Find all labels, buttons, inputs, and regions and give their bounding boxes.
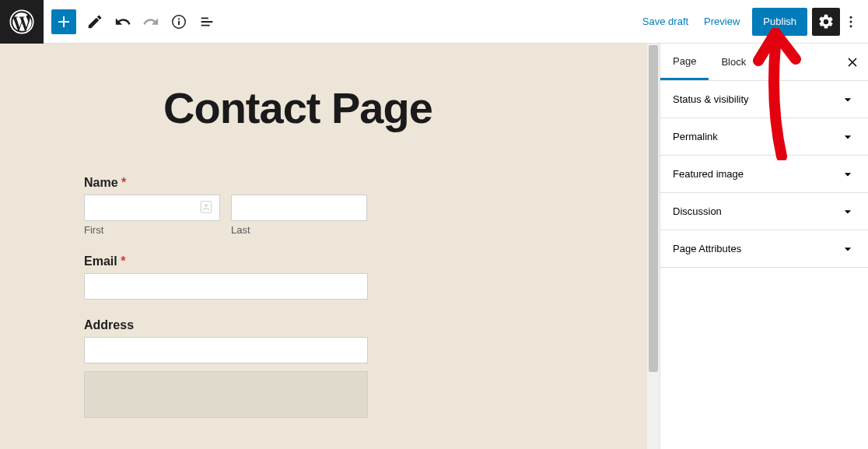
tab-block[interactable]: Block (709, 44, 758, 80)
svg-point-4 (850, 16, 852, 18)
settings-button[interactable] (812, 8, 840, 36)
redo-icon (142, 13, 159, 30)
editor-toolbar: Save draft Preview Publish (0, 0, 868, 44)
name-label: Name * (84, 176, 457, 190)
details-button[interactable] (165, 8, 193, 36)
outline-icon (198, 13, 215, 30)
close-sidebar-button[interactable] (837, 44, 868, 81)
gear-icon (817, 13, 835, 30)
panel-page-attributes[interactable]: Page Attributes (660, 230, 868, 268)
svg-point-5 (850, 20, 852, 23)
publish-button[interactable]: Publish (752, 8, 807, 36)
panel-permalink[interactable]: Permalink (660, 118, 868, 156)
panel-label: Status & visibility (673, 93, 749, 105)
editor-canvas-wrap: Contact Page Name * First (0, 44, 660, 449)
chevron-down-icon (840, 92, 856, 107)
svg-point-6 (850, 25, 852, 27)
chevron-down-icon (840, 167, 856, 182)
save-draft-button[interactable]: Save draft (635, 11, 696, 32)
address-field: Address (84, 318, 457, 418)
required-mark: * (121, 254, 125, 268)
email-input[interactable] (84, 273, 368, 300)
add-block-button[interactable] (51, 9, 76, 34)
panel-label: Featured image (673, 168, 744, 180)
svg-rect-2 (178, 20, 180, 25)
close-icon (845, 54, 860, 70)
panel-discussion[interactable]: Discussion (660, 193, 868, 230)
vertical-scrollbar[interactable] (647, 44, 660, 449)
info-icon (170, 13, 187, 30)
editor-canvas[interactable]: Contact Page Name * First (0, 44, 647, 449)
plus-icon (54, 12, 73, 31)
name-field: Name * First Last (84, 176, 457, 236)
chevron-down-icon (840, 204, 856, 219)
chevron-down-icon (840, 129, 856, 145)
panel-featured-image[interactable]: Featured image (660, 156, 868, 193)
address-line1-input[interactable] (84, 337, 368, 363)
panel-label: Page Attributes (673, 243, 741, 254)
svg-rect-3 (178, 18, 180, 19)
redo-button[interactable] (137, 8, 165, 36)
wordpress-icon (9, 9, 34, 34)
panel-label: Discussion (673, 205, 722, 217)
last-name-input[interactable] (231, 195, 367, 221)
settings-sidebar: Page Block Status & visibility Permalink… (660, 44, 868, 449)
contact-form: Name * First Last (84, 176, 457, 418)
scrollbar-thumb[interactable] (649, 45, 658, 372)
first-name-input[interactable] (84, 195, 220, 221)
first-sublabel: First (84, 224, 220, 236)
panel-status-visibility[interactable]: Status & visibility (660, 81, 868, 118)
panel-label: Permalink (673, 131, 718, 142)
more-options-button[interactable] (840, 8, 862, 36)
page-title[interactable]: Contact Page (163, 82, 647, 133)
kebab-icon (843, 14, 859, 30)
pencil-icon (86, 13, 103, 30)
address-label: Address (84, 318, 457, 332)
modes-button[interactable] (81, 8, 109, 36)
wordpress-logo[interactable] (0, 0, 44, 44)
sidebar-tabs: Page Block (660, 44, 868, 81)
undo-icon (114, 13, 131, 30)
last-sublabel: Last (231, 224, 367, 236)
undo-button[interactable] (109, 8, 137, 36)
tab-page[interactable]: Page (660, 44, 709, 80)
address-extra-box[interactable] (84, 371, 368, 418)
outline-button[interactable] (193, 8, 221, 36)
email-field: Email * (84, 254, 457, 300)
preview-button[interactable]: Preview (696, 11, 747, 32)
email-label: Email * (84, 254, 457, 268)
chevron-down-icon (840, 241, 856, 257)
required-mark: * (121, 176, 126, 189)
